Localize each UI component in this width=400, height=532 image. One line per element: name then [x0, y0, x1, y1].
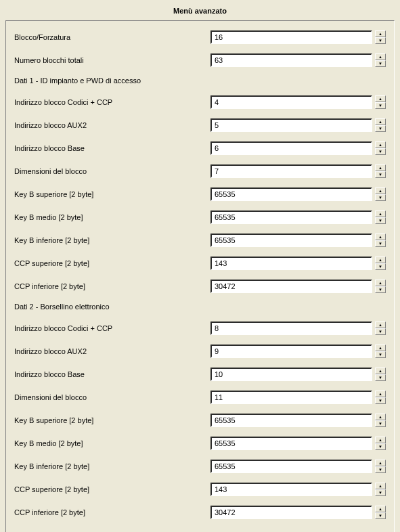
- label-s1-keyb-med: Key B medio [2 byte]: [14, 213, 210, 221]
- row-s1-keyb-inf: Key B inferiore [2 byte] ▲ ▼: [14, 234, 386, 247]
- spinner-blocco-forzatura: ▲ ▼: [210, 30, 386, 44]
- label-s1-codici-ccp: Indirizzo blocco Codici + CCP: [14, 98, 210, 106]
- spinner-s1-ccp-sup: ▲ ▼: [210, 257, 386, 270]
- input-s1-keyb-inf[interactable]: [210, 234, 372, 247]
- input-s2-keyb-inf[interactable]: [210, 460, 372, 473]
- label-s1-keyb-inf: Key B inferiore [2 byte]: [14, 236, 210, 244]
- spin-down-icon[interactable]: ▼: [375, 102, 386, 109]
- spin-up-icon[interactable]: ▲: [375, 30, 386, 37]
- input-s2-dimensioni[interactable]: [210, 391, 372, 404]
- spin-up-icon[interactable]: ▲: [375, 141, 386, 148]
- spin-up-icon[interactable]: ▲: [375, 506, 386, 512]
- spin-up-icon[interactable]: ▲: [375, 53, 386, 60]
- spin-down-icon[interactable]: ▼: [375, 37, 386, 44]
- spin-down-icon[interactable]: ▼: [375, 263, 386, 270]
- input-s1-keyb-sup[interactable]: [210, 187, 372, 201]
- spin-up-icon[interactable]: ▲: [375, 322, 386, 328]
- input-numero-blocchi[interactable]: [210, 53, 372, 67]
- spin-down-icon[interactable]: ▼: [375, 489, 386, 496]
- spin-down-icon[interactable]: ▼: [375, 171, 386, 178]
- spin-up-icon[interactable]: ▲: [375, 460, 386, 466]
- input-blocco-forzatura[interactable]: [210, 30, 372, 44]
- spin-buttons: ▲ ▼: [375, 280, 386, 293]
- settings-panel: Blocco/Forzatura ▲ ▼ Numero blocchi tota…: [5, 20, 395, 532]
- spin-buttons: ▲ ▼: [375, 437, 386, 450]
- spin-up-icon[interactable]: ▲: [375, 164, 386, 171]
- label-s1-dimensioni: Dimensioni del blocco: [14, 167, 210, 175]
- input-s2-keyb-med[interactable]: [210, 437, 372, 450]
- spin-down-icon[interactable]: ▼: [375, 466, 386, 473]
- spin-down-icon[interactable]: ▼: [375, 443, 386, 450]
- spin-buttons: ▲ ▼: [375, 141, 386, 155]
- label-s2-keyb-inf: Key B inferiore [2 byte]: [14, 462, 210, 470]
- spin-buttons: ▲ ▼: [375, 345, 386, 358]
- input-s2-aux2[interactable]: [210, 345, 372, 358]
- spin-down-icon[interactable]: ▼: [375, 420, 386, 427]
- label-s2-base: Indirizzo blocco Base: [14, 370, 210, 378]
- spin-down-icon[interactable]: ▼: [375, 125, 386, 132]
- input-s1-codici-ccp[interactable]: [210, 95, 372, 109]
- spin-up-icon[interactable]: ▲: [375, 118, 386, 125]
- spin-buttons: ▲ ▼: [375, 257, 386, 270]
- row-s1-codici-ccp: Indirizzo blocco Codici + CCP ▲ ▼: [14, 95, 386, 109]
- spin-down-icon[interactable]: ▼: [375, 286, 386, 293]
- spin-up-icon[interactable]: ▲: [375, 391, 386, 397]
- spin-up-icon[interactable]: ▲: [375, 257, 386, 263]
- spin-up-icon[interactable]: ▲: [375, 368, 386, 374]
- input-s2-keyb-sup[interactable]: [210, 414, 372, 427]
- spin-up-icon[interactable]: ▲: [375, 483, 386, 489]
- spin-down-icon[interactable]: ▼: [375, 60, 386, 67]
- spin-buttons: ▲ ▼: [375, 391, 386, 404]
- input-s2-ccp-sup[interactable]: [210, 483, 372, 496]
- spin-buttons: ▲ ▼: [375, 483, 386, 496]
- spin-up-icon[interactable]: ▲: [375, 187, 386, 194]
- label-s1-ccp-sup: CCP superiore [2 byte]: [14, 259, 210, 267]
- row-s2-dimensioni: Dimensioni del blocco ▲ ▼: [14, 391, 386, 404]
- spin-up-icon[interactable]: ▲: [375, 345, 386, 351]
- input-s2-codici-ccp[interactable]: [210, 322, 372, 335]
- spin-down-icon[interactable]: ▼: [375, 374, 386, 381]
- row-blocco-forzatura: Blocco/Forzatura ▲ ▼: [14, 30, 386, 44]
- spinner-s1-codici-ccp: ▲ ▼: [210, 95, 386, 109]
- spin-down-icon[interactable]: ▼: [375, 148, 386, 155]
- input-s2-base[interactable]: [210, 368, 372, 381]
- input-s1-base[interactable]: [210, 141, 372, 155]
- spin-up-icon[interactable]: ▲: [375, 280, 386, 286]
- spin-buttons: ▲ ▼: [375, 234, 386, 247]
- input-s1-ccp-sup[interactable]: [210, 257, 372, 270]
- spin-buttons: ▲ ▼: [375, 95, 386, 109]
- spin-down-icon[interactable]: ▼: [375, 397, 386, 404]
- input-s1-ccp-inf[interactable]: [210, 280, 372, 293]
- spin-down-icon[interactable]: ▼: [375, 512, 386, 519]
- spin-up-icon[interactable]: ▲: [375, 210, 386, 217]
- spin-up-icon[interactable]: ▲: [375, 414, 386, 420]
- label-s1-base: Indirizzo blocco Base: [14, 144, 210, 152]
- row-s2-ccp-inf: CCP inferiore [2 byte] ▲ ▼: [14, 506, 386, 519]
- spin-down-icon[interactable]: ▼: [375, 194, 386, 201]
- spin-up-icon[interactable]: ▲: [375, 437, 386, 443]
- row-s1-keyb-sup: Key B superiore [2 byte] ▲ ▼: [14, 187, 386, 201]
- spin-down-icon[interactable]: ▼: [375, 217, 386, 224]
- spinner-s1-aux2: ▲ ▼: [210, 118, 386, 132]
- label-s1-keyb-sup: Key B superiore [2 byte]: [14, 190, 210, 198]
- spin-down-icon[interactable]: ▼: [375, 351, 386, 358]
- input-s1-dimensioni[interactable]: [210, 164, 372, 178]
- label-s2-keyb-med: Key B medio [2 byte]: [14, 439, 210, 447]
- spinner-s1-base: ▲ ▼: [210, 141, 386, 155]
- spinner-s2-codici-ccp: ▲ ▼: [210, 322, 386, 335]
- spinner-s2-base: ▲ ▼: [210, 368, 386, 381]
- spin-buttons: ▲ ▼: [375, 164, 386, 178]
- spin-up-icon[interactable]: ▲: [375, 234, 386, 240]
- input-s2-ccp-inf[interactable]: [210, 506, 372, 519]
- row-s2-ccp-sup: CCP superiore [2 byte] ▲ ▼: [14, 483, 386, 496]
- input-s1-keyb-med[interactable]: [210, 210, 372, 224]
- spinner-s1-ccp-inf: ▲ ▼: [210, 280, 386, 293]
- spin-up-icon[interactable]: ▲: [375, 95, 386, 102]
- row-s2-keyb-med: Key B medio [2 byte] ▲ ▼: [14, 437, 386, 450]
- label-numero-blocchi: Numero blocchi totali: [14, 56, 210, 64]
- spin-buttons: ▲ ▼: [375, 118, 386, 132]
- input-s1-aux2[interactable]: [210, 118, 372, 132]
- spin-down-icon[interactable]: ▼: [375, 328, 386, 335]
- spinner-s1-keyb-med: ▲ ▼: [210, 210, 386, 224]
- spin-down-icon[interactable]: ▼: [375, 240, 386, 247]
